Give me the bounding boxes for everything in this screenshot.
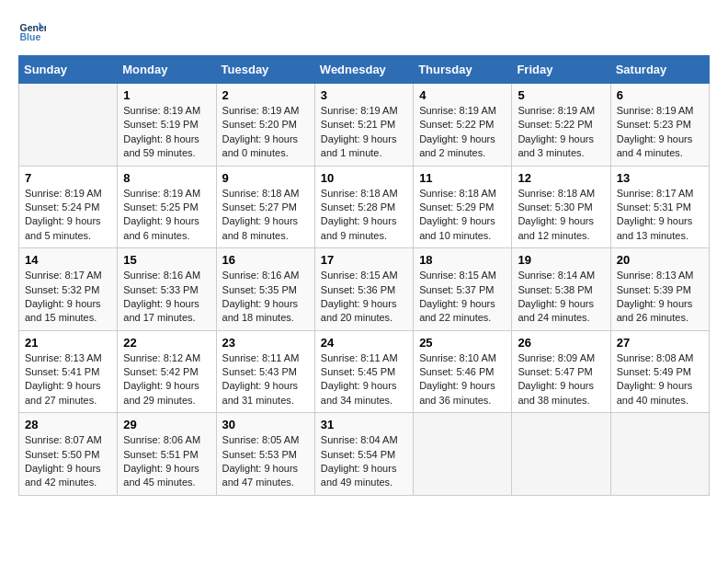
calendar-week-row: 28Sunrise: 8:07 AM Sunset: 5:50 PM Dayli…: [19, 413, 710, 496]
day-info: Sunrise: 8:08 AM Sunset: 5:49 PM Dayligh…: [617, 351, 703, 408]
calendar-cell: 23Sunrise: 8:11 AM Sunset: 5:43 PM Dayli…: [216, 330, 314, 413]
day-info: Sunrise: 8:19 AM Sunset: 5:25 PM Dayligh…: [123, 187, 210, 244]
weekday-header: Saturday: [610, 56, 709, 84]
day-number: 9: [222, 171, 309, 185]
day-info: Sunrise: 8:17 AM Sunset: 5:31 PM Dayligh…: [617, 187, 703, 244]
calendar-body: 1Sunrise: 8:19 AM Sunset: 5:19 PM Daylig…: [19, 84, 710, 496]
day-number: 3: [321, 88, 407, 102]
calendar-cell: 11Sunrise: 8:18 AM Sunset: 5:29 PM Dayli…: [414, 166, 512, 248]
day-info: Sunrise: 8:18 AM Sunset: 5:28 PM Dayligh…: [321, 187, 407, 244]
day-info: Sunrise: 8:19 AM Sunset: 5:19 PM Dayligh…: [123, 104, 210, 161]
calendar-cell: 27Sunrise: 8:08 AM Sunset: 5:49 PM Dayli…: [610, 330, 709, 413]
page-header: General Blue: [18, 18, 710, 46]
day-number: 23: [222, 336, 309, 350]
calendar-cell: 20Sunrise: 8:13 AM Sunset: 5:39 PM Dayli…: [610, 248, 709, 331]
day-info: Sunrise: 8:16 AM Sunset: 5:33 PM Dayligh…: [123, 269, 210, 326]
calendar-cell: 9Sunrise: 8:18 AM Sunset: 5:27 PM Daylig…: [216, 166, 314, 248]
day-info: Sunrise: 8:07 AM Sunset: 5:50 PM Dayligh…: [25, 433, 111, 490]
calendar-cell: 7Sunrise: 8:19 AM Sunset: 5:24 PM Daylig…: [19, 166, 118, 248]
calendar-cell: [414, 413, 512, 496]
calendar-cell: 4Sunrise: 8:19 AM Sunset: 5:22 PM Daylig…: [414, 84, 512, 167]
day-number: 15: [123, 253, 210, 267]
calendar-cell: 29Sunrise: 8:06 AM Sunset: 5:51 PM Dayli…: [118, 413, 216, 496]
weekday-header: Friday: [512, 56, 610, 84]
day-number: 8: [123, 171, 210, 185]
day-info: Sunrise: 8:04 AM Sunset: 5:54 PM Dayligh…: [321, 433, 407, 490]
day-info: Sunrise: 8:19 AM Sunset: 5:24 PM Dayligh…: [25, 187, 111, 244]
day-number: 27: [617, 336, 703, 350]
day-info: Sunrise: 8:13 AM Sunset: 5:39 PM Dayligh…: [617, 269, 703, 326]
calendar-cell: 8Sunrise: 8:19 AM Sunset: 5:25 PM Daylig…: [118, 166, 216, 248]
day-info: Sunrise: 8:06 AM Sunset: 5:51 PM Dayligh…: [123, 433, 210, 490]
day-info: Sunrise: 8:11 AM Sunset: 5:43 PM Dayligh…: [222, 351, 309, 408]
calendar-cell: 17Sunrise: 8:15 AM Sunset: 5:36 PM Dayli…: [314, 248, 413, 331]
day-info: Sunrise: 8:14 AM Sunset: 5:38 PM Dayligh…: [518, 269, 604, 326]
day-number: 1: [123, 88, 210, 102]
calendar-cell: 24Sunrise: 8:11 AM Sunset: 5:45 PM Dayli…: [314, 330, 413, 413]
day-number: 2: [222, 88, 309, 102]
day-number: 17: [321, 253, 407, 267]
day-info: Sunrise: 8:15 AM Sunset: 5:36 PM Dayligh…: [321, 269, 407, 326]
day-info: Sunrise: 8:15 AM Sunset: 5:37 PM Dayligh…: [419, 269, 506, 326]
day-number: 18: [419, 253, 506, 267]
day-number: 19: [518, 253, 604, 267]
day-number: 21: [25, 336, 111, 350]
weekday-header: Tuesday: [216, 56, 314, 84]
weekday-header: Wednesday: [314, 56, 413, 84]
day-number: 22: [123, 336, 210, 350]
day-info: Sunrise: 8:17 AM Sunset: 5:32 PM Dayligh…: [25, 269, 111, 326]
day-number: 10: [321, 171, 407, 185]
day-info: Sunrise: 8:12 AM Sunset: 5:42 PM Dayligh…: [123, 351, 210, 408]
day-number: 16: [222, 253, 309, 267]
calendar-cell: [19, 84, 118, 167]
calendar-cell: 19Sunrise: 8:14 AM Sunset: 5:38 PM Dayli…: [512, 248, 610, 331]
calendar-cell: 14Sunrise: 8:17 AM Sunset: 5:32 PM Dayli…: [19, 248, 118, 331]
day-info: Sunrise: 8:05 AM Sunset: 5:53 PM Dayligh…: [222, 433, 309, 490]
day-info: Sunrise: 8:19 AM Sunset: 5:23 PM Dayligh…: [617, 104, 703, 161]
calendar-cell: [610, 413, 709, 496]
day-number: 20: [617, 253, 703, 267]
calendar-cell: 26Sunrise: 8:09 AM Sunset: 5:47 PM Dayli…: [512, 330, 610, 413]
calendar-table: SundayMondayTuesdayWednesdayThursdayFrid…: [18, 55, 710, 496]
calendar-cell: 15Sunrise: 8:16 AM Sunset: 5:33 PM Dayli…: [118, 248, 216, 331]
logo-icon: General Blue: [18, 18, 46, 46]
day-number: 14: [25, 253, 111, 267]
calendar-cell: 18Sunrise: 8:15 AM Sunset: 5:37 PM Dayli…: [414, 248, 512, 331]
calendar-week-row: 14Sunrise: 8:17 AM Sunset: 5:32 PM Dayli…: [19, 248, 710, 331]
calendar-cell: 10Sunrise: 8:18 AM Sunset: 5:28 PM Dayli…: [314, 166, 413, 248]
day-number: 24: [321, 336, 407, 350]
svg-text:Blue: Blue: [20, 31, 41, 42]
weekday-header: Sunday: [19, 56, 118, 84]
calendar-week-row: 1Sunrise: 8:19 AM Sunset: 5:19 PM Daylig…: [19, 84, 710, 167]
day-info: Sunrise: 8:11 AM Sunset: 5:45 PM Dayligh…: [321, 351, 407, 408]
calendar-cell: 1Sunrise: 8:19 AM Sunset: 5:19 PM Daylig…: [118, 84, 216, 167]
calendar-cell: 13Sunrise: 8:17 AM Sunset: 5:31 PM Dayli…: [610, 166, 709, 248]
day-number: 26: [518, 336, 604, 350]
weekday-header: Monday: [118, 56, 216, 84]
day-info: Sunrise: 8:16 AM Sunset: 5:35 PM Dayligh…: [222, 269, 309, 326]
day-number: 6: [617, 88, 703, 102]
day-number: 25: [419, 336, 506, 350]
calendar-header-row: SundayMondayTuesdayWednesdayThursdayFrid…: [19, 56, 710, 84]
calendar-cell: 6Sunrise: 8:19 AM Sunset: 5:23 PM Daylig…: [610, 84, 709, 167]
calendar-week-row: 7Sunrise: 8:19 AM Sunset: 5:24 PM Daylig…: [19, 166, 710, 248]
calendar-week-row: 21Sunrise: 8:13 AM Sunset: 5:41 PM Dayli…: [19, 330, 710, 413]
day-info: Sunrise: 8:19 AM Sunset: 5:22 PM Dayligh…: [518, 104, 604, 161]
day-number: 5: [518, 88, 604, 102]
day-info: Sunrise: 8:18 AM Sunset: 5:29 PM Dayligh…: [419, 187, 506, 244]
calendar-cell: 16Sunrise: 8:16 AM Sunset: 5:35 PM Dayli…: [216, 248, 314, 331]
calendar-cell: 28Sunrise: 8:07 AM Sunset: 5:50 PM Dayli…: [19, 413, 118, 496]
calendar-cell: 3Sunrise: 8:19 AM Sunset: 5:21 PM Daylig…: [314, 84, 413, 167]
calendar-cell: 12Sunrise: 8:18 AM Sunset: 5:30 PM Dayli…: [512, 166, 610, 248]
calendar-cell: 22Sunrise: 8:12 AM Sunset: 5:42 PM Dayli…: [118, 330, 216, 413]
day-number: 30: [222, 418, 309, 431]
day-info: Sunrise: 8:19 AM Sunset: 5:20 PM Dayligh…: [222, 104, 309, 161]
day-info: Sunrise: 8:10 AM Sunset: 5:46 PM Dayligh…: [419, 351, 506, 408]
day-number: 13: [617, 171, 703, 185]
day-number: 4: [419, 88, 506, 102]
day-info: Sunrise: 8:13 AM Sunset: 5:41 PM Dayligh…: [25, 351, 111, 408]
day-number: 7: [25, 171, 111, 185]
day-info: Sunrise: 8:09 AM Sunset: 5:47 PM Dayligh…: [518, 351, 604, 408]
day-number: 31: [321, 418, 407, 431]
calendar-cell: 21Sunrise: 8:13 AM Sunset: 5:41 PM Dayli…: [19, 330, 118, 413]
